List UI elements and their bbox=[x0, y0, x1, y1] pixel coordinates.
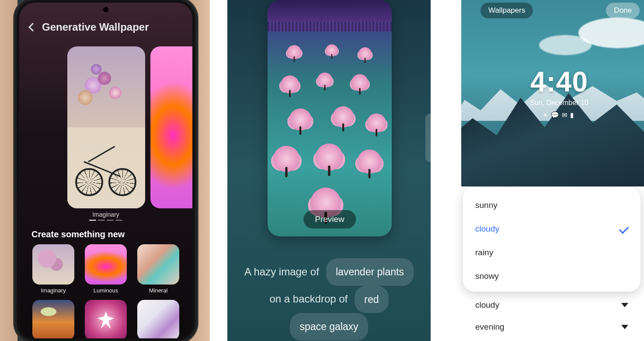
style-thumb bbox=[32, 244, 74, 285]
prompt-area: A hazy image of lavender plants on a bac… bbox=[227, 258, 431, 341]
lockscreen-clock: 4:40 Sun, December 10 ✶💬✉▮ bbox=[474, 66, 644, 119]
flower-icon bbox=[98, 72, 111, 85]
option-label: rainy bbox=[475, 248, 493, 257]
cherry-tree-icon bbox=[289, 109, 312, 131]
shuffle-icon: ✶ bbox=[543, 111, 551, 119]
battery-icon: ▮ bbox=[570, 111, 576, 119]
bike-frame-icon bbox=[84, 161, 123, 183]
done-button[interactable]: Done bbox=[606, 3, 640, 18]
phone-screen: Generative Wallpaper Imaginary bbox=[19, 3, 192, 338]
wallpapers-button[interactable]: Wallpapers bbox=[480, 3, 533, 18]
option-label: cloudy bbox=[475, 224, 499, 234]
back-icon[interactable] bbox=[28, 23, 37, 32]
panel-prompt-builder: Preview A hazy image of lavender plants … bbox=[227, 0, 431, 341]
selector-label: evening bbox=[475, 322, 505, 332]
prompt-line-1: A hazy image of lavender plants bbox=[227, 258, 431, 286]
option-snowy[interactable]: snowy bbox=[463, 264, 641, 288]
status-icons: ✶💬✉▮ bbox=[474, 111, 644, 119]
cherry-tree-icon bbox=[316, 144, 343, 171]
dot bbox=[107, 220, 114, 221]
style-card-smoke[interactable] bbox=[136, 300, 180, 338]
prompt-text: A hazy image of bbox=[244, 260, 319, 284]
carousel-dots bbox=[19, 220, 192, 221]
style-thumb bbox=[32, 300, 74, 338]
create-heading: Create something new bbox=[31, 229, 125, 239]
camera-punchhole bbox=[103, 7, 108, 12]
prompt-chip-backdrop[interactable]: space galaxy bbox=[290, 313, 368, 341]
preview-button[interactable]: Preview bbox=[303, 210, 356, 229]
style-grid: Imaginary Luminous Mineral bbox=[31, 244, 180, 338]
dot-active bbox=[89, 220, 96, 221]
cherry-tree-icon bbox=[326, 44, 338, 56]
options-sheet: sunny cloudy rainy snowy bbox=[463, 187, 641, 292]
cherry-tree-icon bbox=[273, 146, 299, 172]
phone-frame: Generative Wallpaper Imaginary bbox=[17, 0, 195, 341]
hand-left bbox=[0, 0, 17, 341]
cherry-tree-icon bbox=[281, 75, 299, 93]
wallpaper-preview-card[interactable] bbox=[67, 46, 145, 208]
selectors-below: cloudy evening bbox=[463, 294, 641, 338]
option-cloudy[interactable]: cloudy bbox=[463, 217, 641, 241]
style-card-insect[interactable] bbox=[84, 300, 128, 338]
dot bbox=[115, 220, 122, 221]
cherry-tree-icon bbox=[351, 74, 368, 91]
style-label: Imaginary bbox=[41, 287, 66, 294]
style-card-mineral[interactable]: Mineral bbox=[136, 244, 180, 294]
topbar: Wallpapers Done bbox=[480, 3, 640, 18]
prompt-chip-color[interactable]: red bbox=[355, 286, 388, 313]
prompt-chip-subject[interactable]: lavender plants bbox=[326, 258, 414, 286]
clock-time: 4:40 bbox=[474, 66, 644, 98]
panel-generative-wallpaper: Generative Wallpaper Imaginary bbox=[0, 0, 210, 341]
cherry-tree-icon bbox=[333, 106, 354, 127]
preview-caption: Imaginary bbox=[19, 211, 192, 218]
page-title: Generative Wallpaper bbox=[42, 21, 149, 33]
check-icon bbox=[619, 224, 629, 234]
style-label: Luminous bbox=[94, 287, 118, 294]
style-thumb bbox=[137, 244, 179, 285]
chevron-down-icon bbox=[621, 303, 628, 307]
cherry-tree-icon bbox=[359, 47, 372, 60]
option-sunny[interactable]: sunny bbox=[463, 193, 641, 217]
option-rainy[interactable]: rainy bbox=[463, 241, 641, 264]
prompt-line-2: on a backdrop of red bbox=[227, 286, 431, 313]
panel-weather-options: Wallpapers Done 4:40 Sun, December 10 ✶💬… bbox=[448, 0, 644, 341]
flower-icon bbox=[109, 87, 122, 99]
selector-weather[interactable]: cloudy bbox=[463, 294, 641, 316]
lockscreen-wallpaper: Wallpapers Done 4:40 Sun, December 10 ✶💬… bbox=[461, 0, 644, 186]
selector-label: cloudy bbox=[475, 300, 499, 310]
forest-band bbox=[268, 0, 392, 31]
option-label: snowy bbox=[475, 271, 499, 281]
prompt-line-3: space galaxy bbox=[227, 313, 431, 341]
chevron-down-icon bbox=[621, 325, 628, 329]
option-label: sunny bbox=[475, 200, 498, 210]
chat-icon: 💬 bbox=[551, 111, 562, 119]
cherry-tree-icon bbox=[357, 149, 381, 173]
cloud-icon bbox=[539, 35, 592, 55]
style-card-luminous[interactable]: Luminous bbox=[84, 244, 128, 294]
cherry-tree-icon bbox=[287, 45, 301, 59]
wallpaper-preview-next[interactable] bbox=[150, 46, 192, 208]
selector-time[interactable]: evening bbox=[463, 316, 641, 338]
style-label: Mineral bbox=[149, 287, 168, 294]
flower-icon bbox=[91, 64, 101, 74]
mail-icon: ✉ bbox=[562, 111, 570, 119]
dot bbox=[98, 220, 105, 221]
side-handle[interactable] bbox=[425, 114, 431, 162]
gutter bbox=[448, 0, 461, 341]
style-card-desert[interactable] bbox=[31, 300, 75, 338]
cherry-tree-icon bbox=[367, 113, 386, 133]
style-thumb bbox=[85, 300, 127, 338]
style-thumb bbox=[137, 300, 179, 338]
prompt-text: on a backdrop of bbox=[269, 288, 348, 311]
wallpaper-preview[interactable]: Preview bbox=[268, 0, 392, 236]
clock-date: Sun, December 10 bbox=[474, 99, 644, 107]
cherry-tree-icon bbox=[317, 73, 333, 88]
style-card-imaginary[interactable]: Imaginary bbox=[31, 244, 75, 294]
flower-icon bbox=[78, 90, 93, 105]
style-thumb bbox=[85, 244, 127, 285]
